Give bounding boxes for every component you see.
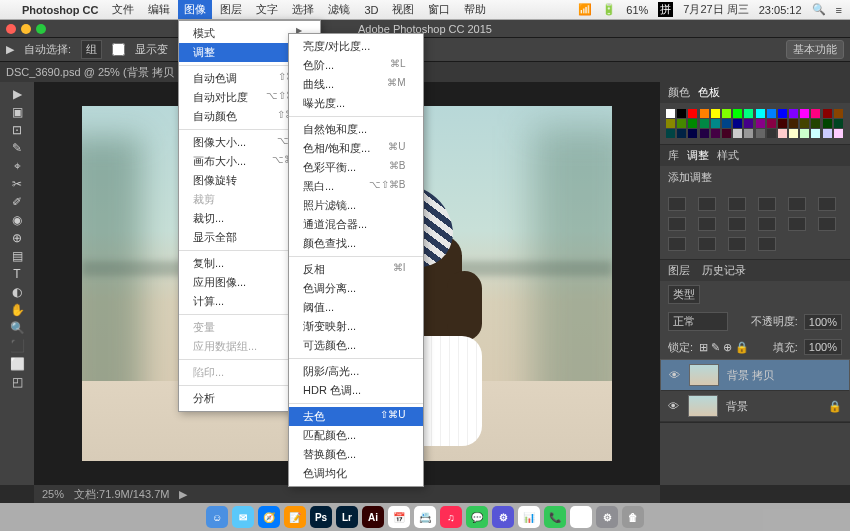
menu-item[interactable]: 曝光度... <box>289 94 423 113</box>
dock-item[interactable]: A <box>570 506 592 528</box>
dock-item[interactable]: Ps <box>310 506 332 528</box>
menu-image[interactable]: 图像 <box>178 0 212 19</box>
layer-row[interactable]: 👁 背景 拷贝 <box>660 359 850 391</box>
swatch[interactable] <box>677 129 686 138</box>
tool-14[interactable]: ⬛ <box>9 338 25 354</box>
layer-row[interactable]: 👁 背景 🔒 <box>660 391 850 422</box>
menu-item[interactable]: 色调分离... <box>289 279 423 298</box>
swatch[interactable] <box>744 109 753 118</box>
adj-vibrance[interactable] <box>788 197 806 211</box>
dock-item[interactable]: 📞 <box>544 506 566 528</box>
swatch[interactable] <box>767 109 776 118</box>
tool-15[interactable]: ⬜ <box>9 356 25 372</box>
chevron-right-icon[interactable]: ▶ <box>179 488 187 501</box>
menu-item[interactable]: 通道混合器... <box>289 215 423 234</box>
layer-name[interactable]: 背景 <box>726 399 748 414</box>
swatch[interactable] <box>789 129 798 138</box>
tab-history[interactable]: 历史记录 <box>702 263 746 278</box>
adj-curves[interactable] <box>728 197 746 211</box>
swatch[interactable] <box>834 129 843 138</box>
swatch[interactable] <box>733 129 742 138</box>
zoom-icon[interactable] <box>36 24 46 34</box>
menu-type[interactable]: 文字 <box>256 2 278 17</box>
opacity-value[interactable]: 100% <box>804 314 842 330</box>
menu-item[interactable]: 匹配颜色... <box>289 426 423 445</box>
swatch[interactable] <box>722 109 731 118</box>
adj-colorbalance[interactable] <box>668 217 686 231</box>
layer-thumbnail[interactable] <box>688 395 718 417</box>
auto-select-dropdown[interactable]: 组 <box>81 40 102 59</box>
swatch[interactable] <box>778 119 787 128</box>
tool-3[interactable]: ✎ <box>9 140 25 156</box>
adj-colorlookup[interactable] <box>788 217 806 231</box>
spotlight-icon[interactable]: 🔍 <box>812 3 826 16</box>
menu-item[interactable]: 色相/饱和度...⌘U <box>289 139 423 158</box>
tool-1[interactable]: ▣ <box>9 104 25 120</box>
dock-item[interactable]: ☺ <box>206 506 228 528</box>
swatch[interactable] <box>756 119 765 128</box>
menu-item[interactable]: 阴影/高光... <box>289 362 423 381</box>
swatch[interactable] <box>811 119 820 128</box>
swatch[interactable] <box>756 109 765 118</box>
dock-item[interactable]: 🧭 <box>258 506 280 528</box>
dock-item[interactable]: ♫ <box>440 506 462 528</box>
swatch[interactable] <box>711 129 720 138</box>
lock-icons[interactable]: ⊞ ✎ ⊕ 🔒 <box>699 341 749 354</box>
swatch[interactable] <box>789 119 798 128</box>
minimize-icon[interactable] <box>21 24 31 34</box>
dock-item[interactable]: 🗑 <box>622 506 644 528</box>
tab-swatches[interactable]: 色板 <box>698 85 720 100</box>
tab-styles[interactable]: 样式 <box>717 148 739 163</box>
menu-filter[interactable]: 滤镜 <box>328 2 350 17</box>
menu-layer[interactable]: 图层 <box>220 2 242 17</box>
dock-item[interactable]: 📝 <box>284 506 306 528</box>
menu-item[interactable]: 自然饱和度... <box>289 120 423 139</box>
tool-5[interactable]: ✂ <box>9 176 25 192</box>
tool-0[interactable]: ▶ <box>9 86 25 102</box>
menu-window[interactable]: 窗口 <box>428 2 450 17</box>
swatch[interactable] <box>666 129 675 138</box>
workspace-button[interactable]: 基本功能 <box>786 40 844 59</box>
menu-item[interactable]: 曲线...⌘M <box>289 75 423 94</box>
tool-8[interactable]: ⊕ <box>9 230 25 246</box>
tab-layers[interactable]: 图层 <box>668 263 690 278</box>
tool-6[interactable]: ✐ <box>9 194 25 210</box>
dock-item[interactable]: Lr <box>336 506 358 528</box>
adj-photofilter[interactable] <box>728 217 746 231</box>
blend-mode-dropdown[interactable]: 正常 <box>668 312 728 331</box>
menu-item[interactable]: 色调均化 <box>289 464 423 483</box>
swatch[interactable] <box>666 119 675 128</box>
tool-11[interactable]: ◐ <box>9 284 25 300</box>
menu-item[interactable]: 照片滤镜... <box>289 196 423 215</box>
menu-edit[interactable]: 编辑 <box>148 2 170 17</box>
adj-selectivecolor[interactable] <box>758 237 776 251</box>
swatch[interactable] <box>834 119 843 128</box>
swatch[interactable] <box>823 119 832 128</box>
swatch[interactable] <box>778 109 787 118</box>
layer-kind-dropdown[interactable]: 类型 <box>668 285 700 304</box>
swatch[interactable] <box>800 119 809 128</box>
fill-value[interactable]: 100% <box>804 339 842 355</box>
tool-12[interactable]: ✋ <box>9 302 25 318</box>
menu-select[interactable]: 选择 <box>292 2 314 17</box>
swatch[interactable] <box>677 119 686 128</box>
tool-2[interactable]: ⊡ <box>9 122 25 138</box>
swatch[interactable] <box>834 109 843 118</box>
layer-thumbnail[interactable] <box>689 364 719 386</box>
wifi-icon[interactable]: 📶 <box>578 3 592 16</box>
swatch[interactable] <box>711 119 720 128</box>
menu-item[interactable]: 反相⌘I <box>289 260 423 279</box>
adj-invert[interactable] <box>818 217 836 231</box>
swatch[interactable] <box>811 129 820 138</box>
adj-threshold[interactable] <box>698 237 716 251</box>
swatch[interactable] <box>722 119 731 128</box>
swatch[interactable] <box>688 109 697 118</box>
swatch[interactable] <box>767 119 776 128</box>
tab-color[interactable]: 颜色 <box>668 85 690 100</box>
adj-hue[interactable] <box>818 197 836 211</box>
swatch[interactable] <box>700 129 709 138</box>
swatch[interactable] <box>778 129 787 138</box>
swatch[interactable] <box>744 129 753 138</box>
document-tab[interactable]: DSC_3690.psd @ 25% (背景 拷贝 <box>6 65 174 80</box>
swatch[interactable] <box>700 119 709 128</box>
